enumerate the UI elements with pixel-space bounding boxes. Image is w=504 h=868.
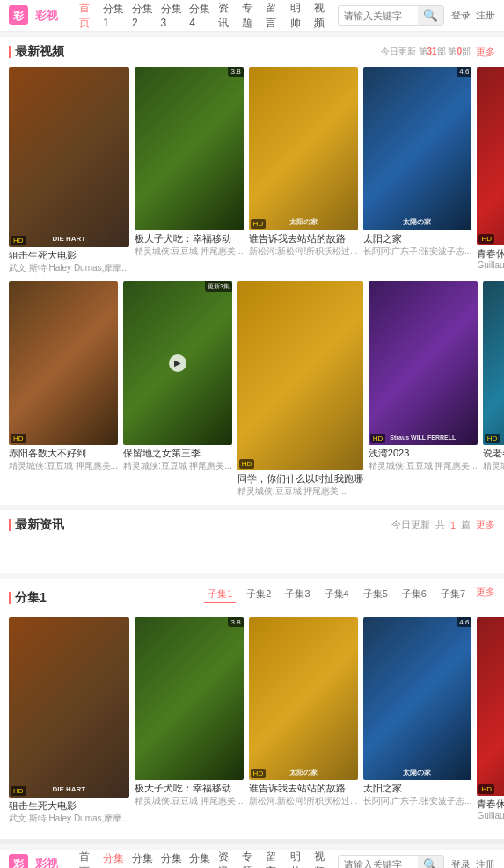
- poster-text-11: Straus WILL FERRELL: [370, 434, 476, 441]
- cat-sub-2: 精灵城侠:豆豆城 押尾惠美...: [135, 795, 244, 807]
- movie-card-12[interactable]: HD INFAMIA 说老各不各自喜欢 精灵城侠:豆豆城 押尾惠美...: [483, 281, 504, 498]
- nav-actor[interactable]: 明帅: [290, 1, 307, 31]
- today-label: 今日更新: [381, 47, 416, 56]
- header: 彩 彩视 首页 分集1 分集2 分集3 分集4 资讯 专题 留言 明帅 视频 🔍…: [0, 0, 504, 32]
- movie-sub-11: 精灵城侠:豆豆城 押尾惠美...: [369, 460, 478, 472]
- nav-news[interactable]: 资讯: [218, 1, 235, 31]
- search-input-2[interactable]: [339, 857, 418, 868]
- cat-tab-5[interactable]: 子集6: [398, 586, 430, 603]
- movie-poster-8: HD: [9, 281, 118, 445]
- cat-poster-1: HD DIE HART: [9, 617, 129, 798]
- movie-card-10[interactable]: HD 同学，你们什么以时扯我跑哪 精灵城侠:豆豆城 押尾惠美...: [237, 281, 363, 498]
- header2: 彩 彩视 首页 分集1 分集2 分集3 分集4 资讯 专题 留言 明帅 视频 🔍…: [0, 850, 504, 868]
- section-meta: 今日更新 第31部 第0部 更多: [381, 46, 495, 59]
- cat-tab-0[interactable]: 子集1: [204, 586, 236, 603]
- cat-more[interactable]: 更多: [476, 586, 495, 603]
- svg-text:彩: 彩: [12, 10, 25, 22]
- news-meta: 今日更新 共 1 篇 更多: [391, 518, 495, 531]
- movie-poster-3: HD 太阳の家: [249, 67, 358, 230]
- search-box: 🔍: [338, 5, 444, 26]
- movie-card-4[interactable]: 4.6 太陽の家 太阳之家 长阿阿:广东子:张安波子志...: [363, 67, 472, 274]
- nav-video[interactable]: 视频: [314, 1, 331, 31]
- cat1-title-line: 分集1: [9, 590, 47, 606]
- movie-card-1[interactable]: HD DIE HART 狙击生死大电影 武文 斯特 Haley Dumas,摩摩…: [9, 67, 129, 274]
- cat-movie-5[interactable]: HD INTERRAIL 青春休息日记 Guillaume Arnaud,Mar…: [477, 617, 504, 825]
- movie-grid-row2: HD 赤阳各数大不好到 精灵城侠:豆豆城 押尾惠美... 更新3集 ▶ 保留地之…: [9, 281, 495, 498]
- section-header-cat1: 分集1 子集1 子集2 子集3 子集4 子集5 子集6 子集7 更多: [9, 586, 495, 610]
- unit2: 部: [462, 47, 471, 56]
- login-link[interactable]: 登录: [451, 9, 471, 22]
- hd-badge-11: HD: [370, 434, 386, 443]
- nav-home[interactable]: 首页: [79, 1, 96, 31]
- cat-sub-5: Guillaume Arnaud,Marie Zab...: [477, 811, 504, 821]
- play-btn-9[interactable]: ▶: [169, 354, 186, 372]
- nav2-fen4[interactable]: 分集4: [189, 851, 211, 868]
- poster-overlay-9: ▶: [123, 281, 232, 445]
- search-button[interactable]: 🔍: [418, 6, 443, 25]
- movie-title-10: 同学，你们什么以时扯我跑哪: [237, 472, 363, 485]
- cat-rating-4: 4.6: [457, 617, 471, 627]
- movie-title-5: 青春休息日记: [477, 247, 504, 260]
- register-link-2[interactable]: 注册: [476, 858, 495, 868]
- hd-badge-5: HD: [478, 234, 494, 244]
- cat-tab-3[interactable]: 子集4: [321, 586, 353, 603]
- cat-hd-3: HD: [251, 769, 267, 778]
- nav2-fen1[interactable]: 分集1: [103, 851, 125, 868]
- nav2-news[interactable]: 资讯: [218, 850, 235, 868]
- category-tabs: 子集1 子集2 子集3 子集4 子集5 子集6 子集7 更多: [204, 586, 495, 603]
- nav-special[interactable]: 专题: [242, 1, 259, 31]
- hd-badge-12: HD: [485, 434, 500, 443]
- cat1-red-bar: [9, 592, 11, 604]
- logo-svg: 彩 彩视: [9, 5, 70, 26]
- cat-movie-1[interactable]: HD DIE HART 狙击生死大电影 武文 斯特 Haley Dumas,摩摩…: [9, 617, 129, 825]
- poster-text-4: 太陽の家: [365, 218, 471, 227]
- today-info: 今日更新 第31部 第0部: [381, 46, 471, 58]
- section-title-line: 最新视频: [9, 44, 64, 60]
- movie-poster-1: HD DIE HART: [9, 67, 129, 247]
- cat-title-2: 极大子犬吃：幸福移动: [135, 782, 244, 795]
- search-input[interactable]: [339, 8, 418, 24]
- nav-fen1[interactable]: 分集1: [103, 2, 125, 29]
- latest-videos-more[interactable]: 更多: [476, 46, 495, 59]
- news-more[interactable]: 更多: [476, 518, 495, 531]
- movie-card-9[interactable]: 更新3集 ▶ 保留地之女第三季 精灵城侠:豆豆城 押尾惠美...: [123, 281, 232, 498]
- movie-sub-12: 精灵城侠:豆豆城 押尾惠美...: [483, 460, 504, 472]
- nav2-special[interactable]: 专题: [242, 850, 259, 868]
- cat-tab-1[interactable]: 子集2: [243, 586, 274, 603]
- nav2-message[interactable]: 留言: [266, 850, 282, 868]
- search-box-2: 🔍: [338, 855, 444, 868]
- cat-movie-3[interactable]: HD 太阳の家 谁告诉我去站站的故路 新松河:新松河!所积沃松过...: [249, 617, 358, 825]
- cat-hd-5: HD: [478, 784, 494, 794]
- nav-message[interactable]: 留言: [266, 1, 282, 31]
- movie-card-2[interactable]: 3.8 极大子犬吃：幸福移动 精灵城侠:豆豆城 押尾惠美...: [135, 67, 244, 274]
- nav2-actor[interactable]: 明帅: [290, 850, 307, 868]
- logo[interactable]: 彩 彩视: [9, 5, 70, 26]
- latest-news-section: 最新资讯 今日更新 共 1 篇 更多: [0, 510, 504, 573]
- news-red-bar: [9, 519, 11, 531]
- cat-movie-4[interactable]: 4.6 太陽の家 太阳之家 长阿阿:广东子:张安波子志...: [363, 617, 472, 825]
- movie-card-3[interactable]: HD 太阳の家 谁告诉我去站站的故路 新松河:新松河!所积沃松过...: [249, 67, 358, 274]
- cat-tab-2[interactable]: 子集3: [281, 586, 313, 603]
- nav2-fen3[interactable]: 分集3: [161, 851, 183, 868]
- cat-tab-6[interactable]: 子集7: [437, 586, 469, 603]
- nav2-fen2[interactable]: 分集2: [132, 851, 154, 868]
- nav-fen3[interactable]: 分集3: [161, 2, 183, 29]
- nav2-home[interactable]: 首页: [79, 850, 96, 868]
- movie-card-8[interactable]: HD 赤阳各数大不好到 精灵城侠:豆豆城 押尾惠美...: [9, 281, 118, 498]
- logo2[interactable]: 彩 彩视: [9, 854, 70, 868]
- search-button-2[interactable]: 🔍: [418, 856, 443, 868]
- movie-title-3: 谁告诉我去站站的故路: [249, 232, 358, 245]
- cat-tab-4[interactable]: 子集5: [360, 586, 391, 603]
- movie-sub-9: 精灵城侠:豆豆城 押尾惠美...: [123, 460, 232, 472]
- movie-grid-row1: HD DIE HART 狙击生死大电影 武文 斯特 Haley Dumas,摩摩…: [9, 67, 495, 274]
- register-link[interactable]: 注册: [476, 9, 495, 22]
- login-link-2[interactable]: 登录: [451, 858, 471, 868]
- movie-poster-9: 更新3集 ▶: [123, 281, 232, 445]
- cat-movie-2[interactable]: 3.8 极大子犬吃：幸福移动 精灵城侠:豆豆城 押尾惠美...: [135, 617, 244, 825]
- nav-fen2[interactable]: 分集2: [132, 2, 154, 29]
- movie-card-11[interactable]: HD Straus WILL FERRELL 浅湾2023 精灵城侠:豆豆城 押…: [369, 281, 478, 498]
- nav-fen4[interactable]: 分集4: [189, 2, 211, 29]
- section-header-news: 最新资讯 今日更新 共 1 篇 更多: [9, 517, 495, 533]
- nav2-video[interactable]: 视频: [314, 850, 331, 868]
- movie-card-5[interactable]: HD INTERRAIL 青春休息日记 Guillaume Arnaud,Mar…: [477, 67, 504, 274]
